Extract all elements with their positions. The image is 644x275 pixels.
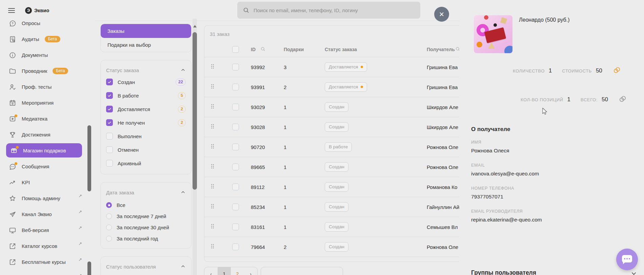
sidebar-item[interactable]: ПроводникБета bbox=[0, 63, 87, 79]
sidebar-scrollbar-thumb[interactable] bbox=[87, 125, 91, 191]
filter-scrollbar-thumb[interactable] bbox=[193, 32, 197, 190]
drag-handle-icon[interactable] bbox=[209, 63, 216, 71]
order-id: 89665 bbox=[251, 164, 265, 170]
table-row[interactable]: 939923ДоставляетсяГришина Ева bbox=[204, 57, 459, 77]
sidebar-item[interactable]: Сообщения bbox=[0, 158, 87, 174]
hamburger-menu-icon[interactable] bbox=[8, 7, 15, 14]
sidebar-item[interactable]: Документы bbox=[0, 47, 87, 63]
sidebar-item[interactable]: Проф. тесты bbox=[0, 79, 87, 95]
filter-option[interactable]: Доставляется2 bbox=[106, 102, 186, 116]
pagination-page-button[interactable]: 2 bbox=[231, 267, 244, 275]
user-status-header[interactable]: Статус пользователя bbox=[106, 261, 186, 272]
row-checkbox[interactable] bbox=[232, 204, 239, 210]
checkbox[interactable] bbox=[106, 119, 113, 126]
row-checkbox[interactable] bbox=[232, 244, 239, 250]
row-checkbox[interactable] bbox=[232, 144, 239, 150]
sidebar-item[interactable]: ↗ bbox=[0, 270, 87, 275]
filter-option[interactable]: Отменен bbox=[106, 143, 186, 156]
table-row[interactable]: 939912ДоставляетсяГришина Ева bbox=[204, 77, 459, 97]
pagination-next-button[interactable]: › bbox=[244, 267, 257, 275]
filter-option[interactable]: В работе5 bbox=[106, 89, 186, 102]
table-row[interactable]: 891121СозданРоманова Ко bbox=[204, 177, 459, 197]
checkbox[interactable] bbox=[106, 160, 113, 167]
chevron-down-icon[interactable] bbox=[630, 270, 637, 275]
status-badge: Создан bbox=[325, 122, 348, 132]
sidebar-item[interactable]: Каталог курсов↗ bbox=[0, 238, 87, 254]
checkbox[interactable] bbox=[106, 106, 113, 112]
table-row[interactable]: 896651СозданРожнова Оле bbox=[204, 157, 459, 177]
checkbox[interactable] bbox=[106, 92, 113, 99]
status-label: Создан bbox=[329, 104, 344, 109]
column-search-icon[interactable] bbox=[455, 46, 459, 52]
drag-handle-icon[interactable] bbox=[209, 103, 216, 111]
filter-option[interactable]: За последние 30 дней bbox=[106, 222, 186, 233]
chevron-up-icon bbox=[180, 264, 186, 269]
drag-handle-icon[interactable] bbox=[209, 243, 216, 251]
table-row[interactable]: 831611СозданСемышев Вл bbox=[204, 217, 459, 237]
sidebar-item[interactable]: Магазин подарков bbox=[6, 143, 82, 157]
filter-option[interactable]: Не получен2 bbox=[106, 116, 186, 129]
radio-button[interactable] bbox=[106, 225, 112, 230]
filter-tab[interactable]: Подарки на выбор bbox=[101, 38, 191, 52]
table-row[interactable]: 852341СозданГайнуллин Ай bbox=[204, 197, 459, 217]
order-status-header[interactable]: Статус заказа bbox=[106, 65, 186, 75]
filter-option[interactable]: Архивный bbox=[106, 156, 186, 170]
order-date-header[interactable]: Дата заказа bbox=[106, 187, 186, 197]
page-size-select[interactable] bbox=[261, 267, 343, 275]
sidebar-item[interactable]: Помощь админу↗ bbox=[0, 190, 87, 206]
external-arrow-icon: ↗ bbox=[78, 209, 82, 214]
row-checkbox[interactable] bbox=[232, 84, 239, 90]
coins-icon[interactable] bbox=[612, 66, 621, 76]
filter-option[interactable]: За последний год bbox=[106, 233, 186, 244]
pagination-page-button[interactable]: 1 bbox=[218, 267, 231, 275]
drag-handle-icon[interactable] bbox=[209, 123, 216, 131]
sidebar-item[interactable]: Медиатека bbox=[0, 111, 87, 127]
row-checkbox[interactable] bbox=[232, 184, 239, 190]
sidebar-item[interactable]: KPI bbox=[0, 174, 87, 190]
sidebar-scrollbar-thumb[interactable] bbox=[87, 261, 91, 275]
drag-handle-icon[interactable] bbox=[209, 83, 216, 91]
sidebar-item[interactable]: Веб-версия↗ bbox=[0, 222, 87, 238]
checkbox[interactable] bbox=[106, 79, 113, 85]
global-search[interactable] bbox=[237, 2, 420, 19]
row-checkbox[interactable] bbox=[232, 224, 239, 230]
field-value: 79377057071 bbox=[471, 194, 542, 200]
checkbox[interactable] bbox=[106, 146, 113, 153]
coins-icon[interactable] bbox=[618, 94, 627, 105]
table-row[interactable]: 907201В работеРожнова Оле bbox=[204, 137, 459, 157]
search-input[interactable] bbox=[253, 7, 415, 14]
drag-handle-icon[interactable] bbox=[209, 183, 216, 191]
sidebar-item[interactable]: ?Опросы bbox=[0, 15, 87, 31]
table-row[interactable]: 930281СозданШкирдов Але bbox=[204, 117, 459, 137]
drag-handle-icon[interactable] bbox=[209, 143, 216, 151]
row-checkbox[interactable] bbox=[232, 124, 239, 130]
table-row[interactable]: 930291СозданШкирдов Але bbox=[204, 97, 459, 117]
scroll-up-arrow-icon[interactable] bbox=[193, 25, 197, 27]
pagination-prev-button[interactable]: ‹ bbox=[204, 267, 218, 275]
radio-button[interactable] bbox=[106, 236, 112, 241]
table-row[interactable]: 796642СозданРожнова Оле bbox=[204, 237, 459, 257]
filter-option[interactable]: Создан22 bbox=[106, 75, 186, 89]
select-all-checkbox[interactable] bbox=[232, 46, 239, 53]
radio-button[interactable] bbox=[106, 202, 112, 208]
row-checkbox[interactable] bbox=[232, 64, 239, 70]
filter-tab[interactable]: Заказы bbox=[101, 24, 191, 38]
sidebar-item[interactable]: Бесплатные курсы↗ bbox=[0, 254, 87, 270]
filter-option[interactable]: За последние 7 дней bbox=[106, 211, 186, 222]
sidebar-item[interactable]: Достижения bbox=[0, 127, 87, 143]
checkbox[interactable] bbox=[106, 133, 113, 140]
sidebar-item[interactable]: АудитыБета bbox=[0, 31, 87, 47]
sidebar-item[interactable]: Канал Эквио↗ bbox=[0, 206, 87, 222]
drag-handle-icon[interactable] bbox=[209, 223, 216, 231]
radio-button[interactable] bbox=[106, 213, 112, 219]
drag-handle-icon[interactable] bbox=[209, 163, 216, 171]
drag-handle-icon[interactable] bbox=[209, 203, 216, 211]
close-button[interactable]: ✕ bbox=[434, 7, 449, 22]
filter-option[interactable]: Все bbox=[106, 199, 186, 211]
row-checkbox[interactable] bbox=[232, 164, 239, 170]
sidebar-item[interactable]: Мероприятия bbox=[0, 95, 87, 111]
chat-fab-button[interactable] bbox=[616, 249, 638, 270]
row-checkbox[interactable] bbox=[232, 104, 239, 110]
column-search-icon[interactable] bbox=[260, 46, 265, 52]
filter-option[interactable]: Выполнен bbox=[106, 129, 186, 143]
